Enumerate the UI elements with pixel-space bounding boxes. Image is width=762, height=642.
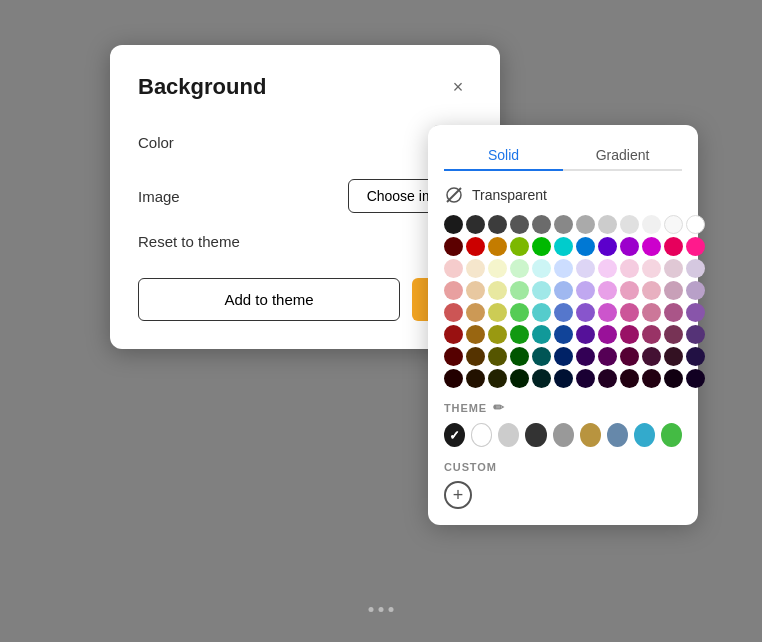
add-custom-color-button[interactable]: + (444, 481, 472, 509)
color-swatch[interactable] (444, 325, 463, 344)
color-swatch[interactable] (598, 237, 617, 256)
color-swatch[interactable] (642, 237, 661, 256)
color-swatch[interactable] (664, 259, 683, 278)
color-swatch[interactable] (510, 303, 529, 322)
color-swatch[interactable] (664, 237, 683, 256)
transparent-row[interactable]: Transparent (444, 185, 682, 205)
color-swatch[interactable] (664, 281, 683, 300)
color-swatch[interactable] (598, 347, 617, 366)
color-swatch[interactable] (488, 281, 507, 300)
color-swatch[interactable] (510, 347, 529, 366)
color-swatch[interactable] (444, 215, 463, 234)
theme-swatch-selected[interactable]: ✓ (444, 423, 465, 447)
color-swatch[interactable] (554, 369, 573, 388)
color-swatch[interactable] (532, 281, 551, 300)
color-swatch[interactable] (620, 215, 639, 234)
color-swatch[interactable] (686, 369, 705, 388)
color-swatch[interactable] (642, 303, 661, 322)
color-swatch[interactable] (532, 325, 551, 344)
color-swatch[interactable] (642, 347, 661, 366)
color-swatch[interactable] (488, 347, 507, 366)
color-swatch[interactable] (620, 303, 639, 322)
color-swatch[interactable] (686, 347, 705, 366)
color-swatch[interactable] (642, 259, 661, 278)
color-swatch[interactable] (686, 303, 705, 322)
color-swatch[interactable] (466, 215, 485, 234)
theme-swatch[interactable] (661, 423, 682, 447)
color-swatch[interactable] (686, 215, 705, 234)
color-swatch[interactable] (554, 259, 573, 278)
color-swatch[interactable] (642, 369, 661, 388)
color-swatch[interactable] (664, 325, 683, 344)
color-swatch[interactable] (510, 369, 529, 388)
color-swatch[interactable] (532, 303, 551, 322)
color-swatch[interactable] (686, 325, 705, 344)
color-swatch[interactable] (686, 281, 705, 300)
edit-icon[interactable]: ✏ (493, 400, 505, 415)
color-swatch[interactable] (444, 369, 463, 388)
color-swatch[interactable] (444, 259, 463, 278)
color-swatch[interactable] (576, 303, 595, 322)
theme-swatch[interactable] (471, 423, 492, 447)
color-swatch[interactable] (532, 369, 551, 388)
color-swatch[interactable] (554, 303, 573, 322)
close-button[interactable]: × (444, 73, 472, 101)
color-swatch[interactable] (598, 369, 617, 388)
color-swatch[interactable] (620, 325, 639, 344)
color-swatch[interactable] (466, 237, 485, 256)
add-to-theme-button[interactable]: Add to theme (138, 278, 400, 321)
color-swatch[interactable] (598, 281, 617, 300)
color-swatch[interactable] (598, 215, 617, 234)
color-swatch[interactable] (686, 237, 705, 256)
color-swatch[interactable] (664, 215, 683, 234)
theme-swatch[interactable] (525, 423, 546, 447)
color-swatch[interactable] (510, 281, 529, 300)
color-swatch[interactable] (642, 215, 661, 234)
color-swatch[interactable] (554, 237, 573, 256)
theme-swatch[interactable] (634, 423, 655, 447)
theme-swatch[interactable] (498, 423, 519, 447)
color-swatch[interactable] (444, 347, 463, 366)
color-swatch[interactable] (444, 237, 463, 256)
color-swatch[interactable] (444, 281, 463, 300)
color-swatch[interactable] (466, 347, 485, 366)
color-swatch[interactable] (576, 325, 595, 344)
theme-swatch[interactable] (607, 423, 628, 447)
color-swatch[interactable] (510, 215, 529, 234)
color-swatch[interactable] (532, 237, 551, 256)
color-swatch[interactable] (444, 303, 463, 322)
color-swatch[interactable] (488, 237, 507, 256)
color-swatch[interactable] (620, 281, 639, 300)
color-swatch[interactable] (620, 237, 639, 256)
color-swatch[interactable] (642, 325, 661, 344)
color-swatch[interactable] (598, 325, 617, 344)
color-swatch[interactable] (532, 347, 551, 366)
color-swatch[interactable] (664, 303, 683, 322)
theme-swatch[interactable] (553, 423, 574, 447)
color-swatch[interactable] (510, 325, 529, 344)
color-swatch[interactable] (620, 259, 639, 278)
color-swatch[interactable] (554, 347, 573, 366)
color-swatch[interactable] (554, 281, 573, 300)
color-swatch[interactable] (488, 369, 507, 388)
color-swatch[interactable] (620, 347, 639, 366)
color-swatch[interactable] (686, 259, 705, 278)
color-swatch[interactable] (576, 215, 595, 234)
color-swatch[interactable] (664, 347, 683, 366)
color-swatch[interactable] (576, 369, 595, 388)
color-swatch[interactable] (598, 303, 617, 322)
color-swatch[interactable] (598, 259, 617, 278)
color-swatch[interactable] (532, 259, 551, 278)
color-swatch[interactable] (554, 215, 573, 234)
color-swatch[interactable] (466, 259, 485, 278)
color-swatch[interactable] (488, 259, 507, 278)
color-swatch[interactable] (532, 215, 551, 234)
color-swatch[interactable] (466, 325, 485, 344)
color-swatch[interactable] (466, 369, 485, 388)
color-swatch[interactable] (510, 237, 529, 256)
color-swatch[interactable] (554, 325, 573, 344)
tab-solid[interactable]: Solid (444, 141, 563, 171)
color-swatch[interactable] (466, 303, 485, 322)
color-swatch[interactable] (488, 215, 507, 234)
color-swatch[interactable] (488, 303, 507, 322)
